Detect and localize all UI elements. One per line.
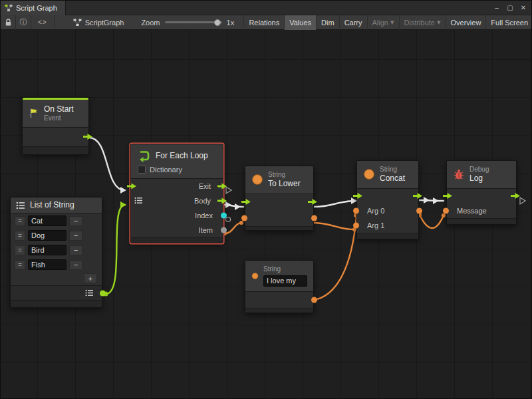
dim-button[interactable]: Dim	[316, 15, 339, 30]
remove-item-button[interactable]: −	[69, 260, 82, 270]
port-dot	[221, 227, 227, 233]
node-header[interactable]: Debug Log	[447, 161, 516, 189]
node-title: List of String	[30, 200, 74, 210]
flow-input-port[interactable]	[241, 198, 251, 205]
list-output-port[interactable]	[100, 290, 106, 296]
node-for-each-loop[interactable]: For Each Loop Dictionary Exit Body	[130, 144, 223, 243]
port-row: Message	[447, 203, 516, 218]
toolbar-buttons: Relations Values Dim Carry Align ▾ Distr…	[243, 15, 532, 30]
node-subtitle: Event	[44, 114, 74, 122]
flow-output-port[interactable]	[308, 198, 317, 205]
message-input-port[interactable]	[443, 207, 449, 213]
node-string-literal[interactable]: String	[245, 260, 314, 313]
node-category: String	[380, 166, 405, 174]
flow-arrow-icon	[443, 192, 452, 200]
flow-output-port[interactable]	[413, 192, 422, 200]
chevron-down-icon: ▾	[390, 18, 394, 27]
flow-arrow-icon	[353, 192, 362, 200]
list-item-field[interactable]	[28, 230, 66, 241]
drag-handle[interactable]: =	[15, 216, 25, 226]
flow-arrow-icon	[413, 192, 422, 200]
port-dot	[241, 215, 247, 221]
tab-script-graph[interactable]: Script Graph	[1, 1, 66, 15]
node-category: Debug	[469, 166, 489, 174]
node-concat[interactable]: String Concat Arg 0 Arg 1	[356, 160, 419, 239]
list-item-field[interactable]	[28, 259, 66, 270]
zoom-slider[interactable]	[165, 15, 222, 30]
flow-output-port[interactable]	[83, 133, 92, 140]
string-output-port[interactable]	[311, 297, 317, 303]
relations-button[interactable]: Relations	[243, 15, 284, 30]
node-header[interactable]: On Start Event	[23, 100, 88, 128]
zoom-control: Zoom 1x	[141, 15, 234, 30]
node-to-lower[interactable]: String To Lower	[245, 166, 314, 231]
remove-item-button[interactable]: −	[69, 245, 82, 255]
result-output-port[interactable]	[416, 207, 422, 213]
node-title: To Lower	[268, 179, 301, 189]
flow-input-port[interactable]	[127, 183, 136, 190]
dictionary-checkbox[interactable]	[138, 166, 146, 174]
node-footer	[23, 146, 88, 154]
string-input-port[interactable]	[241, 215, 247, 221]
port-dot	[311, 297, 317, 303]
node-on-start[interactable]: On Start Event	[22, 97, 89, 155]
code-view-button[interactable]: <>	[31, 15, 54, 30]
values-button[interactable]: Values	[284, 15, 316, 30]
carry-button[interactable]: Carry	[339, 15, 367, 30]
index-output-port[interactable]	[221, 213, 227, 219]
output-row	[11, 285, 102, 300]
drag-handle[interactable]: =	[15, 245, 25, 255]
string-output-port[interactable]	[311, 215, 317, 221]
lock-button[interactable]	[1, 15, 15, 30]
zoom-slider-track[interactable]	[165, 21, 222, 23]
titlebar: Script Graph – ▢ ✕	[1, 1, 532, 15]
drag-handle[interactable]: =	[15, 231, 25, 241]
fullscreen-label: Full Screen	[491, 19, 528, 27]
inspect-button[interactable]: ⓘ	[16, 15, 31, 30]
remove-item-button[interactable]: −	[69, 216, 82, 226]
node-debug-log[interactable]: Debug Log Message	[446, 160, 517, 225]
flow-input-port[interactable]	[353, 192, 362, 200]
values-label: Values	[289, 19, 311, 27]
flow-arrow-icon	[127, 183, 136, 190]
maximize-icon[interactable]: ▢	[505, 3, 515, 13]
carry-label: Carry	[344, 19, 362, 27]
node-header[interactable]: String Concat	[357, 161, 418, 189]
breadcrumb-label: ScriptGraph	[85, 19, 124, 27]
node-header[interactable]: String	[245, 261, 313, 292]
close-icon[interactable]: ✕	[518, 3, 529, 13]
breadcrumb[interactable]: ScriptGraph	[73, 19, 124, 27]
body-port-label: Body	[194, 197, 211, 205]
remove-item-button[interactable]: −	[69, 231, 82, 241]
node-title: On Start	[44, 104, 74, 114]
arg1-input-port[interactable]	[353, 222, 359, 228]
port-row	[447, 189, 516, 203]
flow-input-port[interactable]	[443, 192, 452, 200]
toolbar-separator	[54, 15, 55, 30]
node-header[interactable]: List of String	[11, 198, 102, 213]
string-value-field[interactable]	[263, 275, 307, 287]
list-item-field[interactable]	[28, 245, 66, 255]
add-item-button[interactable]: +	[84, 273, 97, 283]
minimize-icon[interactable]: –	[491, 3, 502, 13]
exit-port-label: Exit	[199, 182, 211, 190]
item-output-port[interactable]	[221, 227, 227, 233]
list-item-row: = −	[11, 228, 102, 243]
node-header[interactable]: For Each Loop Dictionary	[131, 144, 223, 179]
fullscreen-button[interactable]: Full Screen	[485, 15, 532, 30]
list-item-field[interactable]	[28, 215, 66, 226]
overview-button[interactable]: Overview	[446, 15, 486, 30]
node-header[interactable]: String To Lower	[245, 166, 313, 194]
arg0-input-port[interactable]	[353, 207, 359, 213]
drag-handle[interactable]: =	[15, 260, 25, 270]
script-graph-window: Script Graph – ▢ ✕ ⓘ <>	[0, 0, 532, 399]
bug-icon	[453, 169, 465, 180]
zoom-slider-knob[interactable]	[214, 19, 221, 26]
exit-flow-output-port[interactable]	[217, 183, 227, 190]
node-list-of-string[interactable]: List of String = − = − = − = − +	[10, 197, 102, 308]
body-flow-output-port[interactable]	[217, 198, 227, 205]
flow-output-port[interactable]	[511, 192, 520, 200]
flow-arrow-icon	[83, 133, 92, 140]
list-input-port[interactable]	[134, 195, 143, 207]
overview-label: Overview	[451, 19, 481, 27]
